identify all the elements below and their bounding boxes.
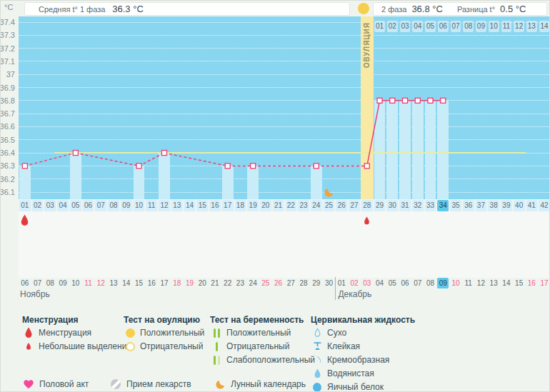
date-cell[interactable]: 22: [222, 278, 234, 288]
cycle-day-cell[interactable]: 28: [361, 200, 373, 211]
date-cell[interactable]: 13: [488, 278, 499, 288]
cycle-day-cell[interactable]: 33: [425, 200, 436, 211]
cycle-day-cell[interactable]: 42: [539, 200, 550, 211]
date-cell[interactable]: 21: [209, 278, 221, 288]
date-cell[interactable]: 14: [501, 278, 512, 288]
temp-point-marker[interactable]: [251, 164, 256, 169]
cycle-day-cell[interactable]: 21: [273, 200, 284, 211]
cycle-day-cell[interactable]: 39: [501, 200, 512, 211]
date-cell[interactable]: 10: [70, 278, 81, 288]
cycle-day-cell[interactable]: 32: [412, 200, 424, 211]
cycle-day-cell[interactable]: 26: [336, 200, 347, 211]
temp-point-marker[interactable]: [428, 98, 433, 103]
date-cell[interactable]: 08: [425, 278, 436, 288]
cycle-day-cell[interactable]: 36: [463, 200, 474, 211]
cycle-day-cell[interactable]: 16: [209, 200, 221, 211]
cycle-day-cell[interactable]: 12: [159, 200, 170, 211]
cycle-day-cell[interactable]: 40: [514, 200, 525, 211]
cycle-day-cell[interactable]: 03: [44, 200, 56, 211]
date-cell[interactable]: 09: [57, 278, 69, 288]
temp-point-marker[interactable]: [390, 98, 395, 103]
date-cell[interactable]: 15: [514, 278, 525, 288]
cycle-day-cell[interactable]: 18: [235, 200, 246, 211]
y-axis-unit-label: °C: [4, 3, 13, 11]
cycle-day-cell[interactable]: 35: [450, 200, 461, 211]
date-cell[interactable]: 10: [450, 278, 461, 288]
cycle-day-cell[interactable]: 30: [386, 200, 398, 211]
cycle-day-cell[interactable]: 10: [134, 200, 145, 211]
date-cell[interactable]: 12: [95, 278, 106, 288]
date-cell[interactable]: 16: [526, 278, 538, 288]
date-cell[interactable]: 29: [311, 278, 322, 288]
date-cell[interactable]: 27: [286, 278, 297, 288]
cycle-day-cell[interactable]: 06: [83, 200, 94, 211]
cycle-day-cell[interactable]: 22: [286, 200, 297, 211]
date-cell[interactable]: 06: [19, 278, 31, 288]
temp-point-marker[interactable]: [415, 98, 420, 103]
date-cell[interactable]: 05: [386, 278, 398, 288]
temp-point-marker[interactable]: [73, 151, 78, 156]
date-cell[interactable]: 11: [83, 278, 94, 288]
date-cell[interactable]: 04: [374, 278, 386, 288]
date-cell[interactable]: 23: [235, 278, 246, 288]
cycle-day-cell[interactable]: 37: [476, 200, 487, 211]
date-cell[interactable]: 09: [437, 278, 449, 288]
date-cell[interactable]: 25: [260, 278, 271, 288]
date-cell[interactable]: 01: [336, 278, 347, 288]
cycle-day-cell[interactable]: 02: [32, 200, 44, 211]
cycle-day-cell[interactable]: 19: [247, 200, 259, 211]
cycle-day-cell[interactable]: 25: [324, 200, 335, 211]
date-cell[interactable]: 16: [146, 278, 157, 288]
cycle-day-cell[interactable]: 11: [146, 200, 157, 211]
date-cell[interactable]: 08: [44, 278, 56, 288]
date-cell[interactable]: 13: [108, 278, 119, 288]
temp-point-marker[interactable]: [403, 98, 408, 103]
date-cell[interactable]: 07: [412, 278, 424, 288]
temperature-line-plot: [19, 16, 550, 199]
temp-point-marker[interactable]: [225, 164, 230, 169]
cycle-day-cell[interactable]: 24: [311, 200, 322, 211]
date-cell[interactable]: 12: [476, 278, 487, 288]
temp-point-marker[interactable]: [22, 164, 27, 169]
temp-point-marker[interactable]: [161, 151, 166, 156]
cycle-day-cell[interactable]: 14: [184, 200, 196, 211]
cycle-day-cell[interactable]: 07: [95, 200, 106, 211]
date-cell[interactable]: 03: [361, 278, 373, 288]
temp-point-marker[interactable]: [441, 98, 446, 103]
cycle-day-cell[interactable]: 20: [260, 200, 271, 211]
cycle-day-cell[interactable]: 01: [19, 200, 31, 211]
date-cell[interactable]: 28: [298, 278, 309, 288]
temp-point-marker[interactable]: [364, 164, 369, 169]
date-cell[interactable]: 30: [324, 278, 335, 288]
cycle-day-cell[interactable]: 41: [526, 200, 538, 211]
date-cell[interactable]: 17: [159, 278, 170, 288]
cycle-day-cell[interactable]: 23: [298, 200, 309, 211]
date-cell[interactable]: 20: [196, 278, 208, 288]
date-cell[interactable]: 19: [184, 278, 196, 288]
date-cell[interactable]: 14: [121, 278, 132, 288]
cycle-day-cell[interactable]: 29: [374, 200, 386, 211]
date-cell[interactable]: 17: [539, 278, 550, 288]
cycle-day-cell[interactable]: 31: [399, 200, 411, 211]
temp-point-marker[interactable]: [314, 164, 319, 169]
temp-point-marker[interactable]: [377, 98, 382, 103]
cycle-day-cell[interactable]: 09: [121, 200, 132, 211]
cycle-day-cell[interactable]: 04: [57, 200, 69, 211]
cycle-day-cell[interactable]: 17: [222, 200, 234, 211]
date-cell[interactable]: 02: [349, 278, 360, 288]
date-cell[interactable]: 07: [32, 278, 44, 288]
temp-point-marker[interactable]: [136, 164, 141, 169]
date-cell[interactable]: 11: [463, 278, 474, 288]
cycle-day-cell[interactable]: 27: [349, 200, 360, 211]
cycle-day-cell[interactable]: 38: [488, 200, 499, 211]
cycle-day-cell[interactable]: 13: [171, 200, 183, 211]
cycle-day-cell[interactable]: 15: [196, 200, 208, 211]
cycle-day-cell[interactable]: 34: [437, 200, 449, 211]
date-cell[interactable]: 06: [399, 278, 411, 288]
date-cell[interactable]: 24: [247, 278, 259, 288]
cycle-day-cell[interactable]: 08: [108, 200, 119, 211]
cycle-day-cell[interactable]: 05: [70, 200, 81, 211]
date-cell[interactable]: 26: [273, 278, 284, 288]
date-cell[interactable]: 15: [134, 278, 145, 288]
date-cell[interactable]: 18: [171, 278, 183, 288]
